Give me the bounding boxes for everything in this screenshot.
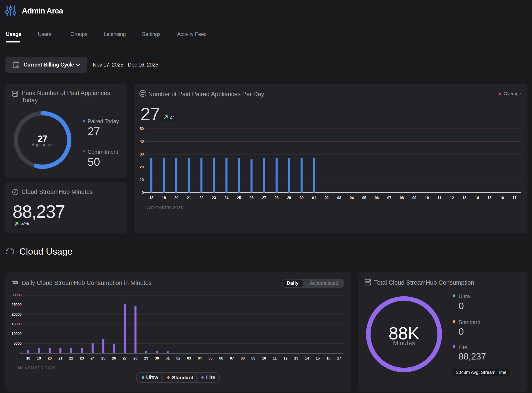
svg-text:Paired Today: Paired Today (87, 118, 119, 124)
svg-text:Daily Cloud StreamHub Consumpt: Daily Cloud StreamHub Consumption in Min… (22, 280, 152, 286)
svg-text:30: 30 (140, 152, 144, 156)
svg-text:Standard: Standard (459, 319, 480, 325)
svg-text:04: 04 (350, 196, 354, 200)
svg-text:Today: Today (22, 97, 38, 103)
svg-text:01: 01 (312, 196, 316, 200)
svg-text:88,237: 88,237 (13, 201, 65, 221)
svg-text:17: 17 (337, 356, 341, 360)
svg-text:21: 21 (187, 196, 191, 200)
svg-text:Appliances: Appliances (32, 142, 54, 147)
svg-text:Number of Paid Paired Applianc: Number of Paid Paired Appliances Per Day (148, 91, 264, 98)
svg-text:09: 09 (251, 356, 255, 360)
svg-text:25: 25 (237, 196, 241, 200)
svg-text:16: 16 (500, 196, 504, 200)
svg-text:Standard: Standard (172, 375, 193, 380)
svg-text:08: 08 (400, 196, 404, 200)
svg-text:3043m Avg. Stream Time: 3043m Avg. Stream Time (456, 370, 506, 375)
svg-text:24: 24 (91, 356, 95, 360)
svg-text:Accumulated: Accumulated (310, 280, 338, 286)
svg-text:06: 06 (219, 356, 223, 360)
svg-text:30: 30 (300, 196, 304, 200)
svg-text:0: 0 (459, 301, 464, 311)
svg-text:06: 06 (375, 196, 379, 200)
svg-text:15: 15 (488, 196, 492, 200)
svg-text:22: 22 (69, 356, 73, 360)
svg-text:24: 24 (225, 196, 229, 200)
svg-text:03: 03 (187, 356, 191, 360)
svg-text:10: 10 (262, 356, 266, 360)
svg-text:20: 20 (140, 165, 144, 169)
svg-text:Ultra: Ultra (146, 375, 158, 380)
svg-text:27: 27 (87, 125, 100, 138)
svg-text:26: 26 (250, 196, 254, 200)
svg-text:Current Billing Cycle: Current Billing Cycle (24, 62, 74, 68)
svg-text:Settings: Settings (142, 31, 160, 37)
svg-text:Activity Feed: Activity Feed (177, 31, 207, 37)
svg-text:11: 11 (437, 196, 441, 200)
svg-text:10: 10 (140, 178, 144, 182)
svg-text:10000: 10000 (12, 332, 22, 336)
svg-text:28: 28 (275, 196, 279, 200)
svg-text:∞%: ∞% (20, 221, 29, 226)
svg-text:11: 11 (273, 356, 277, 360)
svg-text:5000: 5000 (14, 342, 22, 345)
svg-text:0: 0 (19, 351, 22, 355)
svg-text:Total Cloud StreamHub Consumpt: Total Cloud StreamHub Consumption (374, 279, 474, 286)
svg-text:Daily: Daily (287, 280, 299, 286)
svg-text:25000: 25000 (12, 303, 22, 307)
svg-text:21: 21 (58, 356, 63, 360)
svg-text:18: 18 (149, 196, 153, 200)
svg-text:19: 19 (162, 196, 166, 200)
svg-text:15000: 15000 (12, 322, 22, 326)
svg-text:Users: Users (38, 31, 51, 37)
svg-text:30000: 30000 (12, 293, 22, 297)
svg-text:05: 05 (362, 196, 366, 200)
svg-text:0: 0 (459, 326, 464, 337)
svg-text:02: 02 (176, 356, 180, 360)
svg-text:20000: 20000 (12, 313, 22, 316)
svg-text:13: 13 (462, 196, 466, 200)
svg-text:Commitment: Commitment (87, 149, 118, 155)
svg-text:15: 15 (316, 356, 320, 360)
svg-text:14: 14 (475, 196, 479, 200)
svg-text:12: 12 (284, 356, 288, 360)
svg-text:02: 02 (325, 196, 329, 200)
svg-text:Usage: Usage (6, 31, 21, 37)
svg-text:29: 29 (287, 196, 291, 200)
svg-text:30: 30 (155, 356, 159, 360)
svg-text:Minutes: Minutes (393, 339, 415, 346)
svg-text:29: 29 (144, 356, 148, 360)
svg-text:0: 0 (142, 191, 144, 195)
svg-text:25: 25 (101, 356, 105, 360)
svg-text:Lite: Lite (459, 344, 467, 350)
svg-text:16: 16 (327, 356, 331, 360)
svg-text:28: 28 (133, 356, 137, 360)
svg-text:-: - (178, 114, 179, 119)
svg-text:18: 18 (26, 356, 30, 360)
svg-text:08: 08 (241, 356, 245, 360)
svg-text:14: 14 (305, 356, 309, 360)
svg-text:04: 04 (198, 356, 202, 360)
svg-text:01: 01 (166, 356, 170, 360)
svg-text:03: 03 (337, 196, 341, 200)
svg-text:Groups: Groups (71, 31, 87, 37)
svg-text:Lite: Lite (206, 375, 215, 380)
svg-text:Ultra: Ultra (459, 293, 470, 299)
svg-text:07: 07 (230, 356, 234, 360)
svg-text:50: 50 (140, 127, 144, 131)
svg-text:20: 20 (48, 356, 52, 360)
svg-text:07: 07 (387, 196, 392, 200)
svg-text:Licensing: Licensing (104, 31, 126, 37)
svg-text:09: 09 (412, 196, 416, 200)
svg-text:50: 50 (87, 156, 100, 168)
svg-text:Cloud StreamHub Minutes: Cloud StreamHub Minutes (22, 188, 93, 195)
svg-text:NOVEMBER 2025: NOVEMBER 2025 (18, 366, 56, 370)
svg-text:27: 27 (123, 356, 127, 360)
svg-text:Peak Number of Paid Appliances: Peak Number of Paid Appliances (22, 90, 110, 96)
svg-text:Nov 17, 2025 - Dec 16, 2025: Nov 17, 2025 - Dec 16, 2025 (93, 62, 158, 68)
svg-text:19: 19 (37, 356, 41, 360)
svg-text:40: 40 (140, 140, 144, 143)
svg-text:88,237: 88,237 (459, 351, 486, 361)
svg-text:Overage: Overage (504, 91, 521, 96)
svg-text:22: 22 (199, 196, 203, 200)
